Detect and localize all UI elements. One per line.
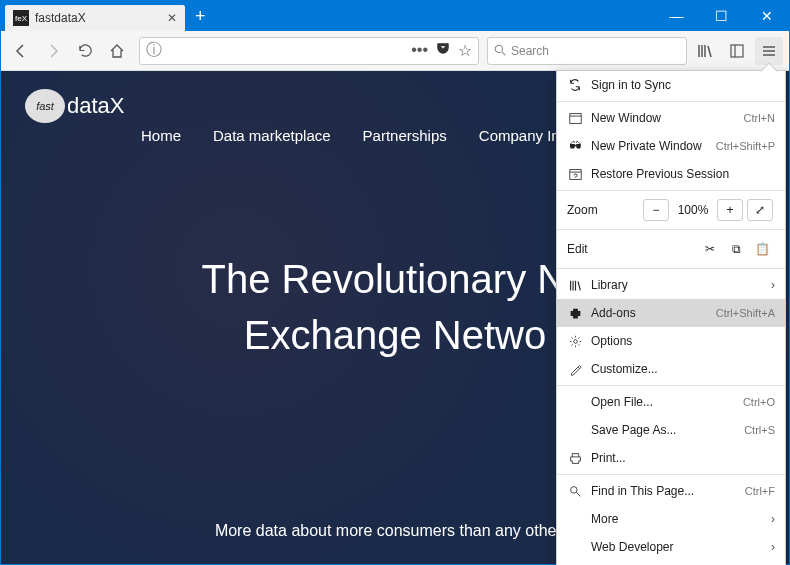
bookmark-icon[interactable]: ☆ <box>458 41 472 60</box>
site-logo[interactable]: fast dataX <box>25 89 125 123</box>
tab-favicon: feX <box>13 10 29 26</box>
menu-print[interactable]: Print... <box>557 444 785 472</box>
svg-rect-3 <box>569 169 580 179</box>
menu-restore-session[interactable]: Restore Previous Session <box>557 160 785 188</box>
forward-button[interactable] <box>39 37 67 65</box>
zoom-in-button[interactable]: + <box>717 199 743 221</box>
menu-separator <box>557 385 785 386</box>
menu-help[interactable]: ? Help › <box>557 561 785 565</box>
hero-line2: Exchange Netwo <box>244 313 546 357</box>
close-button[interactable]: ✕ <box>744 1 789 31</box>
hero-line1: The Revolutionary Ne <box>202 257 589 301</box>
menu-label: New Window <box>591 111 661 125</box>
search-placeholder: Search <box>511 44 549 58</box>
app-menu: Sign in to Sync New Window Ctrl+N 🕶 New … <box>556 70 786 565</box>
toolbar: ⓘ ••• ☆ Search <box>1 31 789 71</box>
chevron-right-icon: › <box>771 512 775 526</box>
menu-label: Save Page As... <box>591 423 676 437</box>
menu-find[interactable]: Find in This Page... Ctrl+F <box>557 477 785 505</box>
nav-partnerships[interactable]: Partnerships <box>363 127 447 144</box>
menu-button[interactable] <box>755 37 783 65</box>
nav-marketplace[interactable]: Data marketplace <box>213 127 331 144</box>
menu-addons[interactable]: Add-ons Ctrl+Shift+A <box>557 299 785 327</box>
copy-icon[interactable]: ⧉ <box>723 242 749 256</box>
svg-point-0 <box>495 45 502 52</box>
menu-library[interactable]: Library › <box>557 271 785 299</box>
library-button[interactable] <box>691 37 719 65</box>
window-controls: — ☐ ✕ <box>654 1 789 31</box>
menu-separator <box>557 190 785 191</box>
library-icon <box>567 279 583 292</box>
back-button[interactable] <box>7 37 35 65</box>
menu-label: Options <box>591 334 632 348</box>
zoom-label: Zoom <box>567 203 641 217</box>
sidebar-button[interactable] <box>723 37 751 65</box>
menu-label: Library <box>591 278 628 292</box>
restore-icon <box>567 168 583 181</box>
svg-rect-2 <box>569 113 580 123</box>
chevron-right-icon: › <box>771 278 775 292</box>
pocket-icon[interactable] <box>436 41 450 60</box>
menu-label: Sign in to Sync <box>591 78 671 92</box>
mask-icon: 🕶 <box>567 139 583 153</box>
zoom-value: 100% <box>671 203 715 217</box>
print-icon <box>567 452 583 465</box>
menu-open-file[interactable]: Open File... Ctrl+O <box>557 388 785 416</box>
menu-zoom: Zoom − 100% + ⤢ <box>557 193 785 227</box>
menu-separator <box>557 268 785 269</box>
menu-separator <box>557 101 785 102</box>
minimize-button[interactable]: — <box>654 1 699 31</box>
chevron-right-icon: › <box>771 540 775 554</box>
menu-web-developer[interactable]: Web Developer › <box>557 533 785 561</box>
zoom-out-button[interactable]: − <box>643 199 669 221</box>
home-button[interactable] <box>103 37 131 65</box>
menu-shortcut: Ctrl+N <box>744 112 775 124</box>
menu-label: Print... <box>591 451 626 465</box>
menu-separator <box>557 474 785 475</box>
sync-icon <box>567 78 583 92</box>
menu-label: Open File... <box>591 395 653 409</box>
menu-customize[interactable]: Customize... <box>557 355 785 383</box>
search-icon <box>494 44 507 57</box>
addons-icon <box>567 307 583 320</box>
maximize-button[interactable]: ☐ <box>699 1 744 31</box>
menu-label: Find in This Page... <box>591 484 694 498</box>
search-icon <box>567 485 583 498</box>
svg-point-5 <box>570 486 577 493</box>
tab-close-icon[interactable]: ✕ <box>167 11 177 25</box>
site-nav: Home Data marketplace Partnerships Compa… <box>141 127 572 144</box>
menu-sign-in[interactable]: Sign in to Sync <box>557 71 785 99</box>
menu-shortcut: Ctrl+F <box>745 485 775 497</box>
url-bar[interactable]: ⓘ ••• ☆ <box>139 37 479 65</box>
menu-new-private-window[interactable]: 🕶 New Private Window Ctrl+Shift+P <box>557 132 785 160</box>
fullscreen-button[interactable]: ⤢ <box>747 199 773 221</box>
search-bar[interactable]: Search <box>487 37 687 65</box>
menu-label: Customize... <box>591 362 658 376</box>
paint-icon <box>567 363 583 376</box>
gear-icon <box>567 335 583 348</box>
menu-new-window[interactable]: New Window Ctrl+N <box>557 104 785 132</box>
logo-text: dataX <box>67 93 125 119</box>
new-tab-button[interactable]: + <box>195 6 206 27</box>
logo-badge: fast <box>25 89 65 123</box>
cut-icon[interactable]: ✂ <box>697 242 723 256</box>
reload-button[interactable] <box>71 37 99 65</box>
paste-icon[interactable]: 📋 <box>749 242 775 256</box>
browser-tab[interactable]: feX fastdataX ✕ <box>5 5 185 31</box>
menu-label: New Private Window <box>591 139 702 153</box>
menu-more[interactable]: More › <box>557 505 785 533</box>
nav-home[interactable]: Home <box>141 127 181 144</box>
site-info-icon[interactable]: ⓘ <box>146 40 162 61</box>
menu-save-page[interactable]: Save Page As... Ctrl+S <box>557 416 785 444</box>
menu-options[interactable]: Options <box>557 327 785 355</box>
titlebar: feX fastdataX ✕ + — ☐ ✕ <box>1 1 789 31</box>
menu-separator <box>557 229 785 230</box>
menu-edit: Edit ✂ ⧉ 📋 <box>557 232 785 266</box>
menu-label: Add-ons <box>591 306 636 320</box>
menu-label: Restore Previous Session <box>591 167 729 181</box>
menu-shortcut: Ctrl+S <box>744 424 775 436</box>
edit-label: Edit <box>567 242 697 256</box>
page-actions-icon[interactable]: ••• <box>411 41 428 60</box>
tab-title: fastdataX <box>35 11 86 25</box>
menu-label: More <box>591 512 618 526</box>
